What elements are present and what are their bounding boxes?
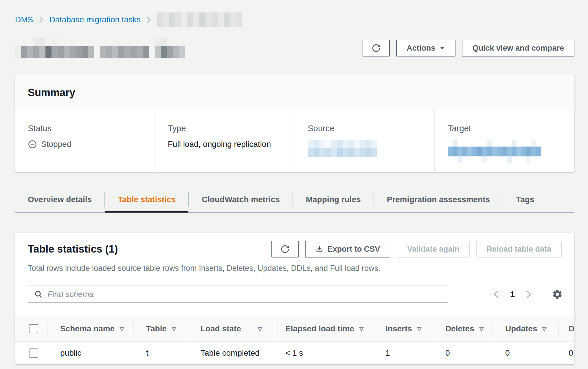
tabs: Overview detailsTable statisticsCloudWat… xyxy=(15,191,574,213)
refresh-icon xyxy=(281,245,289,253)
caret-down-icon xyxy=(439,46,445,50)
table-cell: < 1 s xyxy=(273,341,373,364)
tab-overview-details[interactable]: Overview details xyxy=(15,191,104,212)
refresh-icon xyxy=(372,44,381,52)
chevron-right-icon xyxy=(526,290,532,299)
source-label: Source xyxy=(308,124,422,133)
next-page-button[interactable] xyxy=(523,290,535,299)
pagination: 1 xyxy=(490,286,563,303)
table-cell: 1 xyxy=(373,341,433,364)
breadcrumb-link-tasks[interactable]: Database migration tasks xyxy=(49,15,141,24)
search-box[interactable] xyxy=(28,286,448,303)
status-text: Stopped xyxy=(41,140,71,149)
column-label: Table xyxy=(146,324,167,333)
table-cell: t xyxy=(133,341,188,364)
quick-view-and-compare-button[interactable]: Quick view and compare xyxy=(462,40,574,56)
page-title-redacted xyxy=(15,38,185,58)
summary-card-header: Summary xyxy=(15,74,574,110)
table-header-row: Schema nameTableLoad stateElapsed load t… xyxy=(15,316,574,341)
table-cell: public xyxy=(47,341,133,364)
tab-mapping-rules[interactable]: Mapping rules xyxy=(293,191,374,212)
summary-title: Summary xyxy=(28,87,562,99)
column-label: Schema name xyxy=(60,324,115,333)
stopped-status-icon xyxy=(28,140,37,149)
table-statistics-description: Total rows include loaded source table r… xyxy=(15,264,574,273)
column-header-schema-name[interactable]: Schema name xyxy=(47,316,133,341)
summary-target-col: Target xyxy=(434,110,574,172)
export-to-csv-button[interactable]: Export to CSV xyxy=(305,241,391,257)
column-header-table[interactable]: Table xyxy=(133,316,188,341)
reload-table-data-label: Reload table data xyxy=(486,245,551,254)
table-statistics-panel: Table statistics (1) Export to CSV Valid… xyxy=(15,233,574,364)
table-cell: 0 xyxy=(433,341,493,364)
target-endpoint-redacted xyxy=(448,140,562,163)
search-icon xyxy=(34,290,43,299)
table-refresh-button[interactable] xyxy=(271,241,299,257)
table-cell: 0 xyxy=(493,341,558,364)
export-to-csv-label: Export to CSV xyxy=(328,245,380,254)
actions-button[interactable]: Actions xyxy=(396,40,455,56)
column-label: Deletes xyxy=(445,324,474,333)
summary-status-col: Status Stopped xyxy=(15,110,155,172)
column-label: Elapsed load time xyxy=(285,324,354,333)
header-actions: Actions Quick view and compare xyxy=(363,40,574,56)
checkbox[interactable] xyxy=(29,324,38,333)
source-endpoint-redacted xyxy=(308,140,422,157)
actions-button-label: Actions xyxy=(407,44,435,53)
status-label: Status xyxy=(28,124,142,133)
row-checkbox-cell xyxy=(15,341,47,364)
status-value: Stopped xyxy=(28,140,142,149)
validate-again-button: Validate again xyxy=(397,241,470,257)
summary-source-col: Source xyxy=(295,110,435,172)
tab-cloudwatch-metrics[interactable]: CloudWatch metrics xyxy=(189,191,293,212)
breadcrumb-link-dms[interactable]: DMS xyxy=(15,15,33,24)
column-header-load-state[interactable]: Load state xyxy=(188,316,273,341)
chevron-right-icon xyxy=(39,16,43,23)
column-header-deletes[interactable]: Deletes xyxy=(433,316,493,341)
table-statistics-header: Table statistics (1) Export to CSV Valid… xyxy=(15,241,574,257)
column-header-updates[interactable]: Updates xyxy=(493,316,558,341)
find-schema-input[interactable] xyxy=(47,290,442,299)
table-statistics-title: Table statistics (1) xyxy=(28,243,118,255)
quick-view-label: Quick view and compare xyxy=(472,44,564,53)
table-statistics-table: Schema nameTableLoad stateElapsed load t… xyxy=(15,316,574,364)
type-value: Full load, ongoing replication xyxy=(168,140,282,149)
table-statistics-table-wrap: Schema nameTableLoad stateElapsed load t… xyxy=(15,316,574,364)
summary-card: Summary Status Stopped Type Full load, o… xyxy=(15,74,574,172)
validate-again-label: Validate again xyxy=(407,245,459,254)
refresh-button[interactable] xyxy=(363,40,390,56)
pagination-divider xyxy=(544,286,544,303)
column-header-d: D xyxy=(558,316,574,341)
chevron-right-icon xyxy=(146,16,151,23)
table-cell: 0 xyxy=(558,341,574,364)
tab-tags[interactable]: Tags xyxy=(503,191,547,212)
dms-task-page: DMS Database migration tasks Actions xyxy=(0,0,588,364)
table-settings-button[interactable] xyxy=(552,289,563,300)
checkbox[interactable] xyxy=(29,348,38,358)
breadcrumb: DMS Database migration tasks xyxy=(15,12,574,27)
table-row: publictTable completed< 1 s1000 xyxy=(15,341,574,364)
download-icon xyxy=(315,245,324,253)
column-label: D xyxy=(569,324,574,333)
chevron-left-icon xyxy=(493,290,499,299)
table-statistics-toolbar: Export to CSV Validate again Reload tabl… xyxy=(271,241,562,257)
column-header-inserts[interactable]: Inserts xyxy=(373,316,433,341)
column-header-elapsed-load-time[interactable]: Elapsed load time xyxy=(273,316,373,341)
tab-table-statistics[interactable]: Table statistics xyxy=(105,191,188,212)
type-label: Type xyxy=(168,124,282,133)
search-row: 1 xyxy=(15,286,574,303)
summary-type-col: Type Full load, ongoing replication xyxy=(155,110,295,172)
column-label: Updates xyxy=(505,324,537,333)
tab-premigration-assessments[interactable]: Premigration assessments xyxy=(374,191,503,212)
select-all-checkbox-cell xyxy=(15,316,47,341)
column-label: Inserts xyxy=(385,324,412,333)
target-label: Target xyxy=(448,124,562,133)
page-header: Actions Quick view and compare xyxy=(15,38,574,59)
previous-page-button[interactable] xyxy=(490,290,502,299)
current-page-number: 1 xyxy=(510,290,515,299)
summary-body: Status Stopped Type Full load, ongoing r… xyxy=(15,110,574,172)
breadcrumb-redacted-task-name xyxy=(157,12,242,27)
column-label: Load state xyxy=(201,324,241,333)
table-cell: Table completed xyxy=(188,341,273,364)
gear-icon xyxy=(552,289,563,300)
